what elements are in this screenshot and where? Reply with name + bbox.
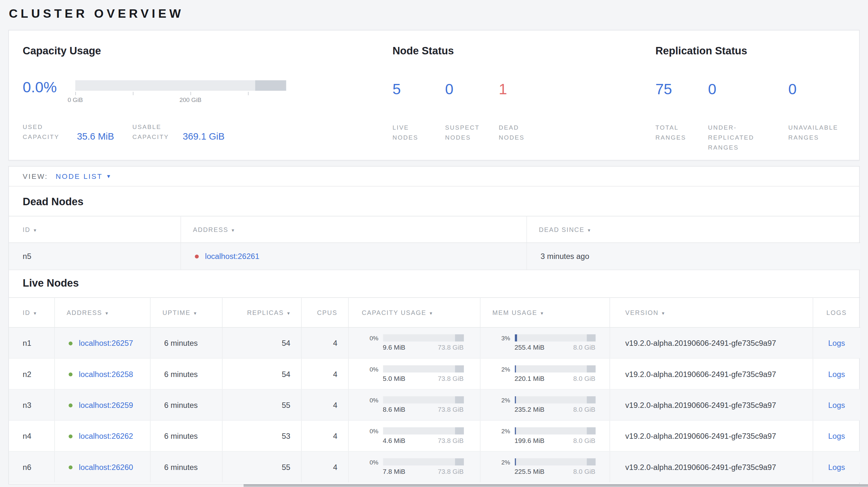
node-version-cell: v19.2.0-alpha.20190606-2491-gfe735c9a97 [609, 389, 812, 420]
chevron-down-icon: ▾ [107, 173, 111, 180]
node-address-link[interactable]: localhost:26262 [79, 431, 133, 441]
col-header-version[interactable]: VERSION▾ [609, 297, 812, 327]
node-logs-cell: Logs [813, 358, 860, 389]
mem-usage-bar [515, 396, 595, 403]
under-replicated-count: 0 [708, 80, 788, 98]
node-address-cell: localhost:26259 [54, 389, 150, 420]
page-title: CLUSTER OVERVIEW [0, 0, 868, 21]
node-cpus-cell: 4 [301, 420, 348, 451]
live-node-row: n1 localhost:26257 6 minutes 54 4 0% 9.6… [9, 327, 860, 358]
node-id-cell: n1 [9, 327, 54, 358]
live-status-dot [68, 372, 72, 376]
used-capacity-value: 35.6 MiB [77, 131, 114, 142]
col-header-replicas[interactable]: REPLICAS▾ [222, 297, 301, 327]
suspect-nodes-count: 0 [445, 80, 499, 98]
sort-arrow-icon: ▾ [34, 227, 37, 233]
logs-link[interactable]: Logs [828, 338, 845, 347]
mem-usage-cell: 2% 199.6 MiB8.0 GiB [480, 420, 610, 451]
node-uptime-cell: 6 minutes [150, 327, 222, 358]
dead-status-dot [195, 255, 198, 259]
total-ranges-count: 75 [655, 80, 708, 98]
logs-link[interactable]: Logs [828, 462, 845, 472]
col-header-mem-usage[interactable]: MEM USAGE▾ [480, 297, 610, 327]
suspect-nodes-label: SUSPECT NODES [445, 122, 489, 142]
sort-arrow-icon: ▾ [430, 310, 433, 316]
node-replicas-cell: 54 [222, 358, 301, 389]
live-nodes-label: LIVE NODES [393, 122, 437, 142]
dead-col-header-address[interactable]: ADDRESS▾ [181, 216, 526, 243]
dead-node-row: n5 localhost:26261 3 minutes ago [9, 243, 860, 270]
view-dropdown[interactable]: NODE LIST ▾ [56, 172, 111, 181]
mem-usage-cell: 2% 225.5 MiB8.0 GiB [480, 451, 610, 482]
capacity-usage-cell: 0% 4.6 MiB73.8 GiB [348, 420, 480, 451]
sort-arrow-icon: ▾ [231, 227, 235, 233]
axis-tick-label: 200 GiB [180, 96, 202, 103]
dead-col-header-id[interactable]: ID▾ [9, 216, 181, 243]
col-header-uptime[interactable]: UPTIME▾ [150, 297, 222, 327]
capacity-bar-endcap [255, 80, 286, 91]
node-address-link[interactable]: localhost:26259 [79, 400, 133, 410]
live-status-dot [68, 465, 72, 469]
col-header-capacity-usage[interactable]: CAPACITY USAGE▾ [348, 297, 480, 327]
node-address-link[interactable]: localhost:26261 [205, 252, 259, 261]
dead-nodes-stat: 1 DEAD NODES [499, 80, 543, 142]
col-header-cpus[interactable]: CPUS [301, 297, 348, 327]
used-capacity-stat: USED CAPACITY 35.6 MiB [23, 122, 114, 142]
usable-capacity-label: USABLE CAPACITY [132, 122, 183, 142]
node-logs-cell: Logs [813, 327, 860, 358]
node-status-title: Node Status [393, 45, 655, 57]
view-dropdown-value: NODE LIST [56, 172, 103, 181]
unavailable-ranges-stat: 0 UNAVAILABLE RANGES [788, 80, 852, 152]
live-status-dot [68, 403, 72, 407]
logs-link[interactable]: Logs [828, 369, 845, 379]
col-header-logs: LOGS [813, 297, 860, 327]
live-node-row: n6 localhost:26260 6 minutes 55 4 0% 7.8… [9, 451, 860, 482]
node-uptime-cell: 6 minutes [150, 389, 222, 420]
node-address-cell: localhost:26260 [54, 451, 150, 482]
node-id-cell: n4 [9, 420, 54, 451]
col-header-id[interactable]: ID▾ [9, 297, 54, 327]
node-uptime-cell: 6 minutes [150, 358, 222, 389]
node-id-cell: n3 [9, 389, 54, 420]
node-id-cell: n2 [9, 358, 54, 389]
sort-arrow-icon: ▾ [34, 310, 37, 316]
sort-arrow-icon: ▾ [194, 310, 197, 316]
mem-usage-bar [515, 334, 595, 341]
card-bottom-shadow [244, 484, 868, 487]
capacity-percent: 0.0% [23, 80, 75, 95]
dead-nodes-title: Dead Nodes [9, 187, 859, 216]
logs-link[interactable]: Logs [828, 400, 845, 410]
node-address-link[interactable]: localhost:26260 [79, 462, 133, 472]
total-ranges-stat: 75 TOTAL RANGES [655, 80, 708, 152]
node-cpus-cell: 4 [301, 327, 348, 358]
dead-nodes-count: 1 [499, 80, 543, 98]
node-version-cell: v19.2.0-alpha.20190606-2491-gfe735c9a97 [609, 451, 812, 482]
capacity-usage-cell: 0% 8.6 MiB73.8 GiB [348, 389, 480, 420]
capacity-usage-bar [383, 396, 464, 403]
capacity-usage-bar [383, 458, 464, 465]
node-address-link[interactable]: localhost:26258 [79, 369, 133, 379]
capacity-usage-cell: 0% 9.6 MiB73.8 GiB [348, 327, 480, 358]
live-nodes-table: ID▾ ADDRESS▾ UPTIME▾ REPLICAS▾ CPUS CAPA… [9, 297, 860, 483]
sort-arrow-icon: ▾ [588, 227, 591, 233]
node-replicas-cell: 53 [222, 420, 301, 451]
capacity-usage-cell: 0% 7.8 MiB73.8 GiB [348, 451, 480, 482]
capacity-usage-cell: 0% 5.0 MiB73.8 GiB [348, 358, 480, 389]
logs-link[interactable]: Logs [828, 431, 845, 441]
node-list-card: Dead Nodes ID▾ ADDRESS▾ DEAD SINCE▾ [8, 186, 860, 484]
node-replicas-cell: 54 [222, 327, 301, 358]
sort-arrow-icon: ▾ [105, 310, 109, 316]
axis-tick-label: 0 GiB [68, 96, 83, 103]
node-address-cell: localhost:26261 [181, 243, 526, 270]
node-id-cell: n5 [9, 243, 181, 270]
total-ranges-label: TOTAL RANGES [655, 122, 700, 142]
node-logs-cell: Logs [813, 451, 860, 482]
live-node-row: n3 localhost:26259 6 minutes 55 4 0% 8.6… [9, 389, 860, 420]
mem-usage-bar [515, 458, 595, 465]
replication-status-title: Replication Status [655, 45, 859, 57]
col-header-address[interactable]: ADDRESS▾ [54, 297, 150, 327]
under-replicated-stat: 0 UNDER-REPLICATED RANGES [708, 80, 788, 152]
suspect-nodes-stat: 0 SUSPECT NODES [445, 80, 499, 142]
dead-col-header-dead-since[interactable]: DEAD SINCE▾ [526, 216, 860, 243]
node-address-link[interactable]: localhost:26257 [79, 338, 133, 347]
